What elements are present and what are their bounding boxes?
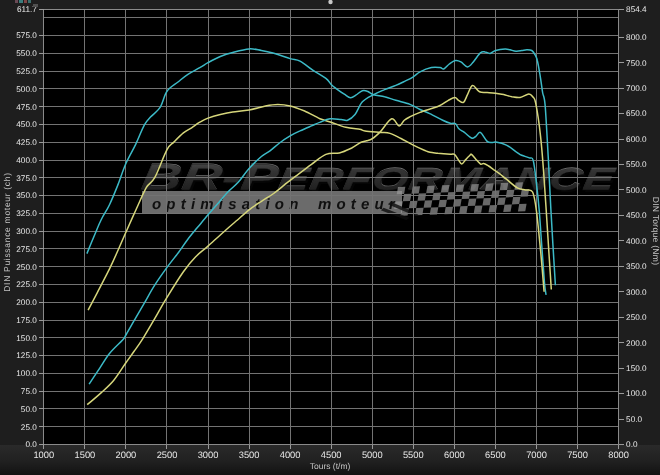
svg-text:600.0: 600.0 bbox=[626, 135, 647, 144]
svg-text:200.0: 200.0 bbox=[626, 339, 647, 348]
svg-text:3500: 3500 bbox=[239, 450, 260, 460]
svg-text:575.0: 575.0 bbox=[16, 31, 37, 40]
svg-text:125.0: 125.0 bbox=[16, 351, 37, 360]
svg-text:50.0: 50.0 bbox=[626, 415, 642, 424]
svg-text:0.0: 0.0 bbox=[626, 440, 638, 449]
svg-text:750.0: 750.0 bbox=[626, 59, 647, 68]
svg-text:Tours (t/m): Tours (t/m) bbox=[310, 461, 351, 471]
svg-text:500.0: 500.0 bbox=[16, 85, 37, 94]
svg-text:4000: 4000 bbox=[280, 450, 301, 460]
svg-text:450.0: 450.0 bbox=[16, 120, 37, 129]
svg-text:6000: 6000 bbox=[444, 450, 465, 460]
svg-text:250.0: 250.0 bbox=[626, 313, 647, 322]
svg-text:DIN Torque (Nm): DIN Torque (Nm) bbox=[651, 197, 660, 266]
svg-text:1500: 1500 bbox=[75, 450, 96, 460]
svg-text:7500: 7500 bbox=[567, 450, 588, 460]
svg-text:700.0: 700.0 bbox=[626, 84, 647, 93]
svg-text:854.4: 854.4 bbox=[626, 5, 647, 14]
svg-text:500.0: 500.0 bbox=[626, 186, 647, 195]
svg-text:400.0: 400.0 bbox=[626, 237, 647, 246]
svg-text:400.0: 400.0 bbox=[16, 156, 37, 165]
svg-text:100.0: 100.0 bbox=[16, 369, 37, 378]
svg-text:800.0: 800.0 bbox=[626, 33, 647, 42]
svg-text:DIN Puissance moteur (ch): DIN Puissance moteur (ch) bbox=[2, 172, 12, 292]
svg-text:550.0: 550.0 bbox=[16, 49, 37, 58]
svg-text:4500: 4500 bbox=[321, 450, 342, 460]
svg-text:175.0: 175.0 bbox=[16, 316, 37, 325]
svg-text:optimisation moteur: optimisation moteur bbox=[152, 196, 400, 213]
svg-text:150.0: 150.0 bbox=[626, 364, 647, 373]
svg-text:650.0: 650.0 bbox=[626, 109, 647, 118]
svg-text:0.0: 0.0 bbox=[25, 440, 37, 449]
svg-text:475.0: 475.0 bbox=[16, 103, 37, 112]
svg-text:350.0: 350.0 bbox=[16, 191, 37, 200]
svg-text:375.0: 375.0 bbox=[16, 174, 37, 183]
svg-text:550.0: 550.0 bbox=[626, 160, 647, 169]
svg-text:5500: 5500 bbox=[403, 450, 424, 460]
svg-text:150.0: 150.0 bbox=[16, 334, 37, 343]
svg-text:350.0: 350.0 bbox=[626, 262, 647, 271]
svg-text:275.0: 275.0 bbox=[16, 245, 37, 254]
svg-text:8000: 8000 bbox=[608, 450, 629, 460]
svg-text:5000: 5000 bbox=[362, 450, 383, 460]
svg-text:2000: 2000 bbox=[116, 450, 137, 460]
svg-text:225.0: 225.0 bbox=[16, 280, 37, 289]
svg-text:3000: 3000 bbox=[198, 450, 219, 460]
svg-text:25.0: 25.0 bbox=[21, 423, 37, 432]
svg-text:1000: 1000 bbox=[33, 450, 54, 460]
svg-text:75.0: 75.0 bbox=[21, 387, 37, 396]
svg-text:525.0: 525.0 bbox=[16, 67, 37, 76]
svg-text:425.0: 425.0 bbox=[16, 138, 37, 147]
svg-text:50.0: 50.0 bbox=[21, 405, 37, 414]
svg-text:2500: 2500 bbox=[157, 450, 178, 460]
svg-text:250.0: 250.0 bbox=[16, 263, 37, 272]
svg-text:6500: 6500 bbox=[485, 450, 506, 460]
svg-text:100.0: 100.0 bbox=[626, 389, 647, 398]
svg-text:450.0: 450.0 bbox=[626, 211, 647, 220]
svg-text:300.0: 300.0 bbox=[626, 288, 647, 297]
svg-text:200.0: 200.0 bbox=[16, 298, 37, 307]
svg-text:7000: 7000 bbox=[526, 450, 547, 460]
svg-text:300.0: 300.0 bbox=[16, 227, 37, 236]
svg-text:325.0: 325.0 bbox=[16, 209, 37, 218]
